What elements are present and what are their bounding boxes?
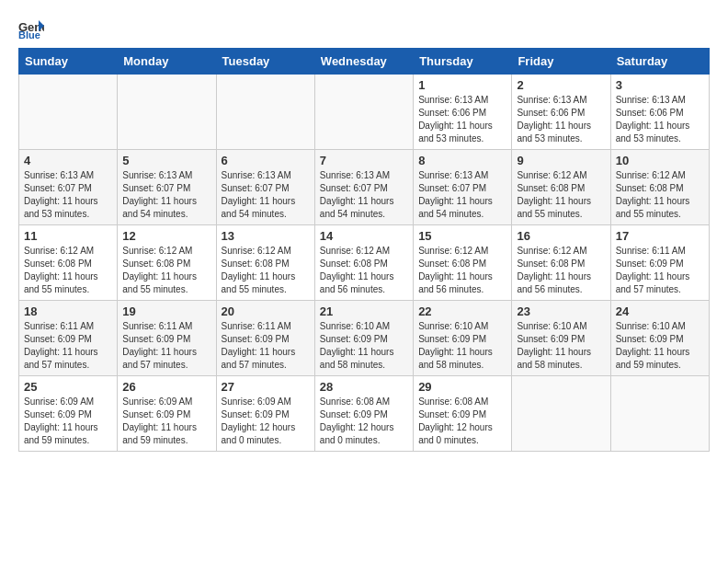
day-number: 19 bbox=[122, 304, 210, 318]
day-number: 5 bbox=[122, 154, 210, 167]
day-info: Sunrise: 6:12 AM Sunset: 6:08 PM Dayligh… bbox=[222, 245, 310, 296]
logo-icon: General Blue bbox=[18, 18, 44, 39]
day-number: 6 bbox=[222, 154, 310, 167]
day-info: Sunrise: 6:10 AM Sunset: 6:09 PM Dayligh… bbox=[418, 320, 506, 372]
day-number: 29 bbox=[418, 380, 506, 394]
calendar-day-cell: 18Sunrise: 6:11 AM Sunset: 6:09 PM Dayli… bbox=[19, 301, 118, 376]
calendar-day-cell: 12Sunrise: 6:12 AM Sunset: 6:08 PM Dayli… bbox=[118, 225, 216, 301]
day-number: 26 bbox=[122, 380, 210, 394]
day-info: Sunrise: 6:12 AM Sunset: 6:08 PM Dayligh… bbox=[24, 245, 112, 296]
day-of-week-header: Wednesday bbox=[314, 49, 413, 75]
day-number: 20 bbox=[222, 304, 310, 318]
day-info: Sunrise: 6:11 AM Sunset: 6:09 PM Dayligh… bbox=[222, 320, 310, 372]
header: General Blue bbox=[18, 18, 710, 39]
day-info: Sunrise: 6:09 AM Sunset: 6:09 PM Dayligh… bbox=[222, 396, 310, 447]
day-info: Sunrise: 6:13 AM Sunset: 6:07 PM Dayligh… bbox=[222, 169, 310, 221]
calendar-day-cell: 13Sunrise: 6:12 AM Sunset: 6:08 PM Dayli… bbox=[216, 225, 314, 301]
day-number: 10 bbox=[616, 154, 704, 167]
day-number: 11 bbox=[24, 229, 112, 243]
calendar-day-cell: 5Sunrise: 6:13 AM Sunset: 6:07 PM Daylig… bbox=[118, 150, 216, 225]
calendar-week-row: 18Sunrise: 6:11 AM Sunset: 6:09 PM Dayli… bbox=[19, 301, 710, 376]
calendar-day-cell: 7Sunrise: 6:13 AM Sunset: 6:07 PM Daylig… bbox=[314, 150, 413, 225]
day-of-week-header: Thursday bbox=[414, 49, 512, 75]
calendar-day-cell bbox=[512, 376, 610, 452]
day-info: Sunrise: 6:08 AM Sunset: 6:09 PM Dayligh… bbox=[320, 396, 408, 447]
day-number: 14 bbox=[320, 229, 408, 243]
day-of-week-header: Saturday bbox=[610, 49, 709, 75]
calendar-week-row: 11Sunrise: 6:12 AM Sunset: 6:08 PM Dayli… bbox=[19, 225, 710, 301]
calendar-day-cell: 29Sunrise: 6:08 AM Sunset: 6:09 PM Dayli… bbox=[414, 376, 512, 452]
calendar-day-cell: 22Sunrise: 6:10 AM Sunset: 6:09 PM Dayli… bbox=[414, 301, 512, 376]
day-number: 8 bbox=[418, 154, 506, 167]
day-info: Sunrise: 6:10 AM Sunset: 6:09 PM Dayligh… bbox=[320, 320, 408, 372]
calendar-day-cell: 25Sunrise: 6:09 AM Sunset: 6:09 PM Dayli… bbox=[19, 376, 118, 452]
day-info: Sunrise: 6:09 AM Sunset: 6:09 PM Dayligh… bbox=[24, 396, 112, 447]
day-info: Sunrise: 6:12 AM Sunset: 6:08 PM Dayligh… bbox=[616, 169, 704, 221]
calendar-day-cell bbox=[314, 75, 413, 150]
day-number: 15 bbox=[418, 229, 506, 243]
calendar-day-cell: 21Sunrise: 6:10 AM Sunset: 6:09 PM Dayli… bbox=[314, 301, 413, 376]
day-number: 3 bbox=[616, 78, 704, 92]
day-number: 16 bbox=[517, 229, 605, 243]
calendar-day-cell: 11Sunrise: 6:12 AM Sunset: 6:08 PM Dayli… bbox=[19, 225, 118, 301]
calendar-table: SundayMondayTuesdayWednesdayThursdayFrid… bbox=[18, 48, 710, 452]
day-number: 22 bbox=[418, 304, 506, 318]
day-number: 28 bbox=[320, 380, 408, 394]
svg-text:Blue: Blue bbox=[18, 29, 40, 39]
day-info: Sunrise: 6:12 AM Sunset: 6:08 PM Dayligh… bbox=[517, 245, 605, 296]
day-number: 23 bbox=[517, 304, 605, 318]
day-number: 21 bbox=[320, 304, 408, 318]
calendar-day-cell: 10Sunrise: 6:12 AM Sunset: 6:08 PM Dayli… bbox=[610, 150, 709, 225]
day-number: 4 bbox=[24, 154, 112, 167]
calendar-week-row: 4Sunrise: 6:13 AM Sunset: 6:07 PM Daylig… bbox=[19, 150, 710, 225]
day-info: Sunrise: 6:11 AM Sunset: 6:09 PM Dayligh… bbox=[24, 320, 112, 372]
day-of-week-header: Sunday bbox=[19, 49, 118, 75]
day-of-week-header: Monday bbox=[118, 49, 216, 75]
day-info: Sunrise: 6:12 AM Sunset: 6:08 PM Dayligh… bbox=[418, 245, 506, 296]
logo: General Blue bbox=[18, 18, 46, 39]
day-info: Sunrise: 6:13 AM Sunset: 6:07 PM Dayligh… bbox=[122, 169, 210, 221]
day-info: Sunrise: 6:13 AM Sunset: 6:07 PM Dayligh… bbox=[418, 169, 506, 221]
calendar-day-cell: 26Sunrise: 6:09 AM Sunset: 6:09 PM Dayli… bbox=[118, 376, 216, 452]
calendar-day-cell: 16Sunrise: 6:12 AM Sunset: 6:08 PM Dayli… bbox=[512, 225, 610, 301]
day-number: 7 bbox=[320, 154, 408, 167]
calendar-day-cell: 3Sunrise: 6:13 AM Sunset: 6:06 PM Daylig… bbox=[610, 75, 709, 150]
day-info: Sunrise: 6:11 AM Sunset: 6:09 PM Dayligh… bbox=[122, 320, 210, 372]
day-info: Sunrise: 6:10 AM Sunset: 6:09 PM Dayligh… bbox=[517, 320, 605, 372]
calendar-day-cell: 20Sunrise: 6:11 AM Sunset: 6:09 PM Dayli… bbox=[216, 301, 314, 376]
calendar-day-cell bbox=[610, 376, 709, 452]
calendar-day-cell bbox=[216, 75, 314, 150]
calendar-day-cell: 9Sunrise: 6:12 AM Sunset: 6:08 PM Daylig… bbox=[512, 150, 610, 225]
day-number: 9 bbox=[517, 154, 605, 167]
day-number: 1 bbox=[418, 78, 506, 92]
day-of-week-header: Tuesday bbox=[216, 49, 314, 75]
calendar-week-row: 25Sunrise: 6:09 AM Sunset: 6:09 PM Dayli… bbox=[19, 376, 710, 452]
calendar-day-cell: 19Sunrise: 6:11 AM Sunset: 6:09 PM Dayli… bbox=[118, 301, 216, 376]
day-info: Sunrise: 6:13 AM Sunset: 6:07 PM Dayligh… bbox=[24, 169, 112, 221]
calendar-day-cell: 27Sunrise: 6:09 AM Sunset: 6:09 PM Dayli… bbox=[216, 376, 314, 452]
day-info: Sunrise: 6:13 AM Sunset: 6:06 PM Dayligh… bbox=[616, 94, 704, 145]
day-info: Sunrise: 6:10 AM Sunset: 6:09 PM Dayligh… bbox=[616, 320, 704, 372]
calendar-day-cell: 23Sunrise: 6:10 AM Sunset: 6:09 PM Dayli… bbox=[512, 301, 610, 376]
calendar-day-cell: 24Sunrise: 6:10 AM Sunset: 6:09 PM Dayli… bbox=[610, 301, 709, 376]
day-number: 24 bbox=[616, 304, 704, 318]
day-number: 12 bbox=[122, 229, 210, 243]
calendar-day-cell bbox=[19, 75, 118, 150]
day-number: 17 bbox=[616, 229, 704, 243]
day-number: 13 bbox=[222, 229, 310, 243]
day-info: Sunrise: 6:11 AM Sunset: 6:09 PM Dayligh… bbox=[616, 245, 704, 296]
day-number: 2 bbox=[517, 78, 605, 92]
calendar-day-cell: 17Sunrise: 6:11 AM Sunset: 6:09 PM Dayli… bbox=[610, 225, 709, 301]
calendar-day-cell: 6Sunrise: 6:13 AM Sunset: 6:07 PM Daylig… bbox=[216, 150, 314, 225]
calendar-day-cell: 14Sunrise: 6:12 AM Sunset: 6:08 PM Dayli… bbox=[314, 225, 413, 301]
calendar-day-cell: 2Sunrise: 6:13 AM Sunset: 6:06 PM Daylig… bbox=[512, 75, 610, 150]
day-info: Sunrise: 6:12 AM Sunset: 6:08 PM Dayligh… bbox=[517, 169, 605, 221]
calendar-day-cell: 15Sunrise: 6:12 AM Sunset: 6:08 PM Dayli… bbox=[414, 225, 512, 301]
day-info: Sunrise: 6:08 AM Sunset: 6:09 PM Dayligh… bbox=[418, 396, 506, 447]
day-number: 18 bbox=[24, 304, 112, 318]
day-info: Sunrise: 6:12 AM Sunset: 6:08 PM Dayligh… bbox=[320, 245, 408, 296]
calendar-header-row: SundayMondayTuesdayWednesdayThursdayFrid… bbox=[19, 49, 710, 75]
calendar-day-cell: 8Sunrise: 6:13 AM Sunset: 6:07 PM Daylig… bbox=[414, 150, 512, 225]
day-info: Sunrise: 6:13 AM Sunset: 6:06 PM Dayligh… bbox=[418, 94, 506, 145]
calendar-day-cell: 1Sunrise: 6:13 AM Sunset: 6:06 PM Daylig… bbox=[414, 75, 512, 150]
